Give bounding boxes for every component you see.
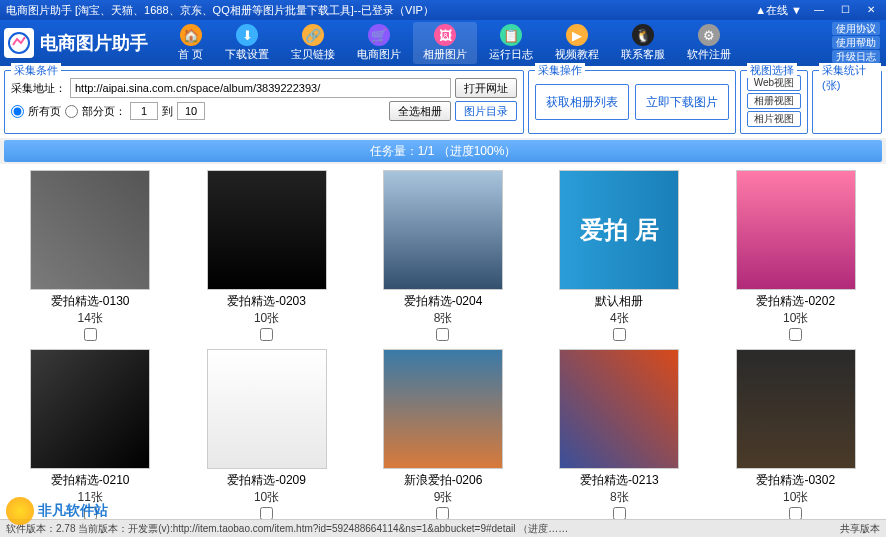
- online-status[interactable]: ▲在线 ▼: [755, 0, 802, 20]
- nav-item-5[interactable]: 📋运行日志: [479, 22, 543, 64]
- all-pages-label: 所有页: [28, 104, 61, 119]
- header-link-2[interactable]: 升级日志: [832, 50, 880, 63]
- download-now-button[interactable]: 立即下载图片: [635, 84, 729, 120]
- nav-label: 首 页: [178, 47, 203, 62]
- pic-list-button[interactable]: 图片目录: [455, 101, 517, 121]
- nav-icon: 🏠: [180, 24, 202, 46]
- svg-point-0: [9, 33, 29, 53]
- some-pages-radio[interactable]: [65, 105, 78, 118]
- maximize-button[interactable]: ☐: [836, 3, 854, 17]
- thumb-checkbox[interactable]: [260, 328, 273, 341]
- photo-view-button[interactable]: 相片视图: [747, 111, 801, 127]
- album-thumb[interactable]: 爱拍精选-0203 10张: [180, 170, 352, 341]
- thumb-title: 爱拍精选-0302: [756, 472, 835, 489]
- thumb-checkbox[interactable]: [436, 328, 449, 341]
- select-all-button[interactable]: 全选相册: [389, 101, 451, 121]
- get-album-list-button[interactable]: 获取相册列表: [535, 84, 629, 120]
- header-link-0[interactable]: 使用协议: [832, 22, 880, 35]
- thumb-title: 爱拍精选-0203: [227, 293, 306, 310]
- nav-item-4[interactable]: 🖼相册图片: [413, 22, 477, 64]
- status-right: 共享版本: [840, 522, 880, 536]
- nav: 🏠首 页⬇下载设置🔗宝贝链接🛒电商图片🖼相册图片📋运行日志▶视频教程🐧联系客服⚙…: [168, 22, 741, 64]
- panel-title: 采集条件: [11, 63, 61, 78]
- header-links: 使用协议使用帮助升级日志: [832, 22, 880, 63]
- nav-label: 电商图片: [357, 47, 401, 62]
- thumb-title: 默认相册: [595, 293, 643, 310]
- nav-icon: ⚙: [698, 24, 720, 46]
- thumb-image: 爱拍 居: [559, 170, 679, 290]
- album-thumb[interactable]: 爱拍精选-0202 10张: [710, 170, 882, 341]
- nav-label: 联系客服: [621, 47, 665, 62]
- window-title: 电商图片助手 [淘宝、天猫、1688、京东、QQ相册等图片批量下载工具]--已登…: [6, 0, 434, 20]
- thumb-image: [30, 349, 150, 469]
- statusbar: 软件版本：2.78 当前版本：开发票(v):http://item.taobao…: [0, 519, 886, 537]
- open-url-button[interactable]: 打开网址: [455, 78, 517, 98]
- thumb-title: 爱拍精选-0213: [580, 472, 659, 489]
- album-view-button[interactable]: 相册视图: [747, 93, 801, 109]
- all-pages-radio[interactable]: [11, 105, 24, 118]
- thumb-count: 10张: [254, 489, 279, 506]
- thumb-count: 8张: [434, 310, 453, 327]
- page-from-input[interactable]: [130, 102, 158, 120]
- thumb-image: [383, 349, 503, 469]
- some-pages-label: 部分页：: [82, 104, 126, 119]
- thumb-count: 10张: [783, 310, 808, 327]
- thumb-checkbox[interactable]: [789, 328, 802, 341]
- thumb-image: [30, 170, 150, 290]
- watermark-icon: [6, 497, 34, 525]
- watermark-text: 非凡软件站: [38, 502, 108, 520]
- logo-area: 电商图片助手: [4, 28, 148, 58]
- album-thumb[interactable]: 爱拍 居 默认相册 4张: [533, 170, 705, 341]
- thumb-count: 10张: [783, 489, 808, 506]
- thumb-checkbox[interactable]: [613, 328, 626, 341]
- minimize-button[interactable]: —: [810, 3, 828, 17]
- nav-item-2[interactable]: 🔗宝贝链接: [281, 22, 345, 64]
- album-thumb[interactable]: 爱拍精选-0213 8张: [533, 349, 705, 520]
- album-grid: 爱拍精选-0130 14张 爱拍精选-0203 10张 爱拍精选-0204 8张…: [4, 170, 882, 520]
- album-thumb[interactable]: 爱拍精选-0209 10张: [180, 349, 352, 520]
- titlebar-right: ▲在线 ▼ — ☐ ✕: [755, 0, 880, 20]
- watermark: 非凡软件站: [6, 497, 108, 525]
- nav-item-1[interactable]: ⬇下载设置: [215, 22, 279, 64]
- thumb-checkbox[interactable]: [84, 328, 97, 341]
- album-thumb[interactable]: 新浪爱拍-0206 9张: [357, 349, 529, 520]
- album-thumb[interactable]: 爱拍精选-0204 8张: [357, 170, 529, 341]
- thumb-count: 4张: [610, 310, 629, 327]
- titlebar: 电商图片助手 [淘宝、天猫、1688、京东、QQ相册等图片批量下载工具]--已登…: [0, 0, 886, 20]
- album-thumb[interactable]: 爱拍精选-0210 11张: [4, 349, 176, 520]
- nav-item-7[interactable]: 🐧联系客服: [611, 22, 675, 64]
- url-input[interactable]: [70, 78, 451, 98]
- thumb-count: 10张: [254, 310, 279, 327]
- thumb-title: 爱拍精选-0204: [404, 293, 483, 310]
- logo-text: 电商图片助手: [40, 31, 148, 55]
- nav-label: 宝贝链接: [291, 47, 335, 62]
- panel-title: 采集统计 (张): [819, 63, 881, 93]
- nav-item-8[interactable]: ⚙软件注册: [677, 22, 741, 64]
- nav-icon: 🔗: [302, 24, 324, 46]
- nav-icon: ⬇: [236, 24, 258, 46]
- to-label: 到: [162, 104, 173, 119]
- nav-label: 视频教程: [555, 47, 599, 62]
- nav-item-6[interactable]: ▶视频教程: [545, 22, 609, 64]
- controls: 采集条件 采集地址： 打开网址 所有页 部分页： 到 全选相册 图片目录 采集操…: [0, 66, 886, 138]
- progress-bar: 任务量：1/1 （进度100%）: [4, 140, 882, 162]
- thumb-image: [207, 349, 327, 469]
- nav-item-3[interactable]: 🛒电商图片: [347, 22, 411, 64]
- header-link-1[interactable]: 使用帮助: [832, 36, 880, 49]
- thumb-image: [736, 170, 856, 290]
- close-button[interactable]: ✕: [862, 3, 880, 17]
- nav-item-0[interactable]: 🏠首 页: [168, 22, 213, 64]
- thumb-title: 爱拍精选-0210: [51, 472, 130, 489]
- nav-icon: 🛒: [368, 24, 390, 46]
- album-thumb[interactable]: 爱拍精选-0130 14张: [4, 170, 176, 341]
- thumb-title: 爱拍精选-0130: [51, 293, 130, 310]
- nav-label: 下载设置: [225, 47, 269, 62]
- nav-label: 运行日志: [489, 47, 533, 62]
- page-to-input[interactable]: [177, 102, 205, 120]
- panel-conditions: 采集条件 采集地址： 打开网址 所有页 部分页： 到 全选相册 图片目录: [4, 70, 524, 134]
- logo-icon: [4, 28, 34, 58]
- gallery: 爱拍精选-0130 14张 爱拍精选-0203 10张 爱拍精选-0204 8张…: [0, 164, 886, 537]
- panel-title: 采集操作: [535, 63, 585, 78]
- album-thumb[interactable]: 爱拍精选-0302 10张: [710, 349, 882, 520]
- thumb-title: 爱拍精选-0202: [756, 293, 835, 310]
